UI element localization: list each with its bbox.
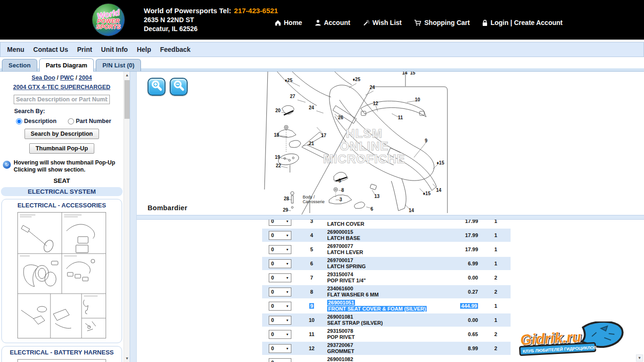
qty-select[interactable]: 0 ▼ <box>269 358 291 362</box>
dropdown-arrow-icon: ▼ <box>286 248 289 251</box>
qty-select[interactable]: 0 ▼ <box>269 316 291 325</box>
part-price: 444.99 <box>460 303 478 309</box>
part-number[interactable]: 269000015 <box>327 229 353 235</box>
qty-select[interactable]: 0 ▼ <box>269 302 291 311</box>
dropdown-arrow-icon: ▼ <box>286 276 289 280</box>
diagram-callout: 14 <box>409 208 414 213</box>
part-price: 8.99 <box>468 346 478 351</box>
part-description[interactable]: LATCH COVER <box>327 221 364 227</box>
breadcrumb-link[interactable]: PWC <box>60 74 74 81</box>
part-number[interactable]: 269700077 <box>327 243 353 249</box>
store-phone[interactable]: 217-423-6521 <box>234 7 278 15</box>
part-number[interactable]: 293720067 <box>327 342 353 348</box>
menu-item[interactable]: Print <box>77 46 92 53</box>
item-number: 3 <box>310 220 313 224</box>
part-number[interactable]: 293150074 <box>327 272 353 277</box>
tab[interactable]: Parts Diagram <box>39 58 94 72</box>
zoom-in-button[interactable] <box>148 78 165 96</box>
qty-select[interactable]: 0 ▼ <box>269 344 291 353</box>
search-by-description-button[interactable]: Search by Description <box>25 129 99 139</box>
part-price: 0.00 <box>468 317 478 323</box>
radio-part-number[interactable]: Part Number <box>68 118 111 124</box>
search-input[interactable] <box>14 95 110 104</box>
nav-cart[interactable]: Shopping Cart <box>414 19 470 26</box>
scroll-down-icon[interactable]: ▼ <box>636 354 643 362</box>
current-section-label: SEAT <box>0 177 124 184</box>
zoom-out-button[interactable] <box>170 78 188 96</box>
radio-part-number-input[interactable] <box>68 118 74 124</box>
part-description[interactable]: LATCH LEVER <box>327 249 363 255</box>
dropdown-arrow-icon: ▼ <box>286 234 289 237</box>
qty-required: 2 <box>494 275 497 280</box>
menu-item[interactable]: Unit Info <box>101 46 128 53</box>
part-description[interactable]: LATCH SPRING <box>327 263 366 269</box>
menu-item[interactable]: Menu <box>7 46 25 53</box>
diagram-callout: 14 15 <box>402 72 415 75</box>
sidebar-scrollbar[interactable]: ▲ ▼ <box>124 72 130 362</box>
top-nav: Home Account Wish List Shopping Cart Log… <box>274 19 562 26</box>
magnifier-plus-icon <box>150 80 163 94</box>
part-description[interactable]: FRONT SEAT COVER & FOAM (SILVER) <box>327 306 427 312</box>
part-description[interactable]: FLAT WASHER 6 MM <box>327 292 379 297</box>
nav-wishlist[interactable]: Wish List <box>363 19 402 26</box>
part-number[interactable]: 269700017 <box>327 257 353 263</box>
pane-divider-horizontal[interactable] <box>137 215 644 220</box>
tab[interactable]: P/N List (0) <box>96 59 141 71</box>
part-number[interactable]: 269001081 <box>327 314 353 320</box>
part-description[interactable]: POP RIVET 1/4" <box>327 278 366 283</box>
sidebar-section-electrical-accessories[interactable]: ELECTRICAL - ACCESSORIES <box>1 199 122 343</box>
part-number[interactable]: 293150078 <box>327 328 353 334</box>
qty-select[interactable]: 0 ▼ <box>269 245 291 254</box>
qty-required: 1 <box>494 303 497 309</box>
item-number: 4 <box>310 232 313 238</box>
breadcrumb-link[interactable]: Sea Doo <box>32 74 55 81</box>
menu-item[interactable]: Contact Us <box>33 46 68 53</box>
section-title: ELECTRICAL - BATTERY HARNESS <box>3 349 121 356</box>
nav-login[interactable]: Login | Create Account <box>482 19 562 26</box>
tab[interactable]: Section <box>2 59 37 71</box>
radio-description-input[interactable] <box>16 118 22 124</box>
nav-account[interactable]: Account <box>314 19 350 26</box>
dropdown-arrow-icon: ▼ <box>286 304 289 308</box>
body-carrosserie-label: Body / Carrosserie <box>303 195 325 204</box>
qty-select[interactable]: 0 ▼ <box>269 330 291 339</box>
sidebar-section-electrical-battery-harness[interactable]: ELECTRICAL - BATTERY HARNESS <box>1 346 122 362</box>
menu-item[interactable]: Feedback <box>160 46 190 53</box>
header: World POWER SPORTS World of Powersports … <box>0 0 644 40</box>
nav-home[interactable]: Home <box>274 19 302 26</box>
model-link[interactable]: 2004 GTX 4-TEC SUPERCHARGED <box>13 84 110 90</box>
scrollbar-thumb[interactable] <box>124 80 130 119</box>
table-row: 0 ▼ 5 269700077 LATCH LEVER 17.99 1 <box>262 242 511 256</box>
diagram-callout: 14 <box>436 188 441 193</box>
radio-description[interactable]: Description <box>16 118 57 124</box>
part-number[interactable]: 269001051 <box>327 300 355 305</box>
magnifier-minus-icon <box>173 80 185 94</box>
qty-select[interactable]: 0 ▼ <box>269 259 291 268</box>
part-description[interactable]: SEAT STRAP (SILVER) <box>327 320 383 326</box>
breadcrumb-link[interactable]: 2004 <box>79 74 92 81</box>
shopping-cart-icon <box>414 19 422 26</box>
qty-select[interactable]: 0 ▼ <box>269 231 291 240</box>
qty-select[interactable]: 0 ▼ <box>269 273 291 282</box>
item-number: 11 <box>309 331 314 337</box>
site-logo[interactable]: World POWER SPORTS <box>92 3 125 36</box>
part-description[interactable]: LATCH BASE <box>327 235 360 241</box>
part-description[interactable]: GROMMET <box>327 348 354 354</box>
sidebar-item-electrical-system[interactable]: ELECTRICAL SYSTEM <box>1 187 123 196</box>
qty-select[interactable]: 0 ▼ <box>269 220 291 226</box>
pane-divider-vertical[interactable] <box>130 72 137 362</box>
diagram-callout: 22 <box>276 163 281 168</box>
qty-select[interactable]: 0 ▼ <box>269 288 291 296</box>
person-icon <box>314 19 322 26</box>
diagram-callout: 13 <box>374 194 380 199</box>
part-number[interactable]: 269001082 <box>327 356 353 362</box>
dropdown-arrow-icon: ▼ <box>286 347 289 350</box>
diagram-callout: 21 <box>309 141 314 146</box>
part-number[interactable]: 234061600 <box>327 286 353 291</box>
thumbnail-popup-button[interactable]: Thumbnail Pop-Up <box>29 143 94 154</box>
menu-item[interactable]: Help <box>137 46 151 53</box>
table-row: 0 ▼ 4 269000015 LATCH BASE 17.99 1 <box>262 228 511 242</box>
part-description[interactable]: POP RIVET <box>327 334 355 340</box>
dropdown-arrow-icon: ▼ <box>286 262 289 265</box>
store-address-1: 2635 N 22ND ST <box>144 16 278 24</box>
